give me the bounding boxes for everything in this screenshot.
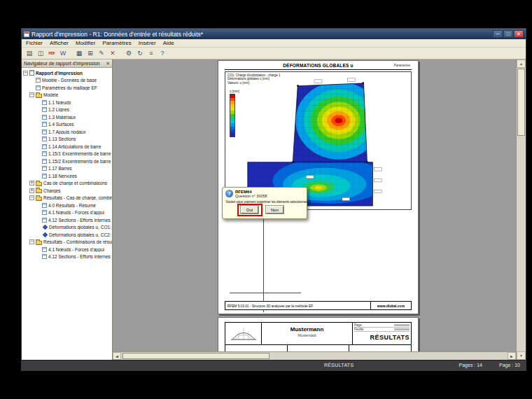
tree-item[interactable]: 1.2 Lignes — [22, 106, 112, 114]
sheet-value-placeholder — [394, 328, 410, 330]
close-button[interactable]: ✕ — [514, 30, 524, 38]
collapse-icon[interactable]: − — [29, 92, 34, 97]
page-title: DÉFORMATIONS GLOBALES u — [218, 63, 418, 68]
insert-image-icon[interactable]: ▦ — [74, 48, 84, 58]
collapse-icon[interactable]: − — [29, 239, 34, 244]
tree-item[interactable]: 1.14 Articulations de barre — [22, 143, 112, 150]
diamond-icon — [43, 225, 48, 230]
table-icon — [42, 136, 47, 141]
tree-item[interactable]: 4.1 Nœuds - Forces d'appui — [22, 246, 112, 253]
collapse-icon[interactable]: − — [29, 195, 34, 200]
preview-area[interactable]: DÉFORMATIONS GLOBALES u Paramétrés — [113, 59, 516, 360]
navigator-close-icon[interactable]: ✕ — [106, 61, 110, 66]
table-icon — [42, 247, 47, 252]
vertical-scrollbar[interactable]: ▲ ▼ — [516, 59, 526, 360]
table-icon — [42, 174, 47, 178]
tree-item[interactable]: Paramètres du maillage EF — [22, 84, 112, 92]
export-pdf-icon[interactable]: PDF — [47, 48, 57, 58]
minimize-button[interactable]: ─ — [493, 30, 503, 38]
tree-item[interactable]: 4.1 Nœuds - Forces d'appui — [22, 209, 112, 217]
folder-icon — [36, 241, 42, 245]
table-icon — [42, 210, 47, 215]
question-icon: ? — [225, 190, 233, 197]
report-tree: −Rapport d'impressionModèle - Données de… — [22, 68, 112, 360]
tree-item[interactable]: 1.15/2 Excentrements de barre - Relatifs — [22, 158, 112, 165]
tree-item[interactable]: 1.15/1 Excentrements de barre - Absolus — [22, 150, 112, 158]
menu-bar: FichierAfficherModifierParamètresInsérer… — [22, 39, 526, 48]
help-icon[interactable]: ? — [158, 48, 167, 58]
tree-item[interactable]: 1.4 Surfaces — [22, 121, 112, 129]
menu-inserer[interactable]: Insérer — [139, 40, 156, 46]
legend-color-cell — [230, 133, 234, 136]
no-button[interactable]: Non — [266, 206, 284, 214]
tree-item[interactable]: 1.13 Sections — [22, 136, 112, 144]
scroll-left-icon[interactable]: ◀ — [113, 352, 121, 360]
report-icon — [29, 70, 34, 76]
company-name: Mustermann — [262, 326, 352, 332]
table-icon — [42, 159, 47, 164]
menu-parametres[interactable]: Paramètres — [102, 40, 131, 46]
edit-icon[interactable]: ✎ — [97, 48, 106, 58]
table-icon — [42, 203, 47, 208]
print-preview-icon[interactable]: ◫ — [36, 48, 46, 58]
scroll-down-icon[interactable]: ▼ — [517, 351, 526, 360]
tree-item[interactable]: −Modèle — [22, 92, 112, 99]
tree-item[interactable]: 4.12 Sections - Efforts internes — [22, 216, 112, 224]
tree-item[interactable]: Déformations globales u, CO1: Charge d'e… — [22, 224, 112, 232]
confirm-delete-dialog: ? RFEM64 Question n° 30058 Voulez-vous v… — [222, 187, 307, 219]
print-icon[interactable]: ▤ — [24, 48, 34, 58]
expand-icon[interactable]: + — [29, 181, 34, 186]
table-icon — [42, 115, 47, 120]
table-icon — [36, 78, 41, 83]
delete-icon[interactable]: ✕ — [108, 48, 118, 58]
table-icon — [42, 254, 47, 259]
scroll-right-icon[interactable]: ▶ — [507, 352, 516, 360]
collapse-icon[interactable]: − — [23, 71, 28, 76]
sheet-label: Feuille : — [354, 328, 365, 331]
scroll-up-icon[interactable]: ▲ — [517, 59, 526, 68]
tree-item[interactable]: −Rapport d'impression — [22, 69, 112, 77]
folder-icon — [36, 189, 42, 193]
tree-item[interactable]: 4.12 Sections - Efforts internes — [22, 253, 112, 261]
insert-table-icon[interactable]: ⊞ — [85, 48, 95, 58]
tree-item[interactable]: 1.3 Matériaux — [22, 113, 112, 121]
vertical-scroll-thumb[interactable] — [517, 69, 525, 136]
status-current-page: Page : 10 — [499, 363, 520, 368]
table-icon — [42, 122, 47, 127]
menu-fichier[interactable]: Fichier — [26, 40, 43, 46]
dialog-message: Voulez-vous vraiment supprimer les éléme… — [223, 198, 298, 204]
horizontal-scrollbar[interactable]: ◀ ▶ — [113, 351, 516, 360]
expand-icon[interactable]: + — [29, 188, 34, 193]
tree-item[interactable]: −Résultats - Combinaisons de résultats — [22, 239, 112, 246]
legend-title: u [mm] — [230, 90, 239, 93]
company-logo — [225, 323, 262, 344]
color-scale-legend — [230, 94, 235, 137]
maximize-button[interactable]: □ — [503, 30, 513, 38]
yes-button[interactable]: Oui — [241, 206, 258, 214]
tree-item[interactable]: 1.1 Nœuds — [22, 99, 112, 106]
tree-item[interactable]: 1.18 Nervures — [22, 172, 112, 180]
page-value-placeholder — [394, 324, 410, 326]
tree-item[interactable]: 1.7 Appuis nodaux — [22, 128, 112, 136]
status-bar: RÉSULTATS Pages : 14 Page : 10 — [22, 360, 526, 370]
tree-item[interactable]: +Cas de charge et combinaisons — [22, 180, 112, 188]
settings-icon[interactable]: ⚙ — [124, 48, 134, 58]
horizontal-scroll-thumb[interactable] — [122, 353, 270, 359]
tree-item[interactable]: +Charges — [22, 187, 112, 195]
export-word-icon[interactable]: W — [58, 48, 68, 58]
menu-afficher[interactable]: Afficher — [50, 40, 69, 46]
navigator-icon[interactable]: ≡ — [146, 48, 156, 58]
tree-item[interactable]: 4.0 Résultats - Résumé — [22, 202, 112, 209]
tree-item[interactable]: −Résultats - Cas de charge, combinaisons… — [22, 195, 112, 202]
menu-aide[interactable]: Aide — [163, 40, 174, 46]
tree-item[interactable]: Modèle - Données de base — [22, 77, 112, 85]
refresh-icon[interactable]: ↻ — [135, 48, 145, 58]
title-bar[interactable]: Rapport d'impression - R1: Données d'ent… — [22, 29, 526, 39]
app-icon — [24, 31, 29, 37]
table-icon — [42, 218, 47, 223]
tree-item[interactable]: Déformations globales u, CC2: Charge d'e… — [22, 231, 112, 239]
table-icon — [42, 100, 47, 105]
tree-item[interactable]: 1.17 Barres — [22, 165, 112, 173]
menu-modifier[interactable]: Modifier — [76, 40, 95, 46]
window-controls: ─□✕ — [493, 30, 524, 38]
